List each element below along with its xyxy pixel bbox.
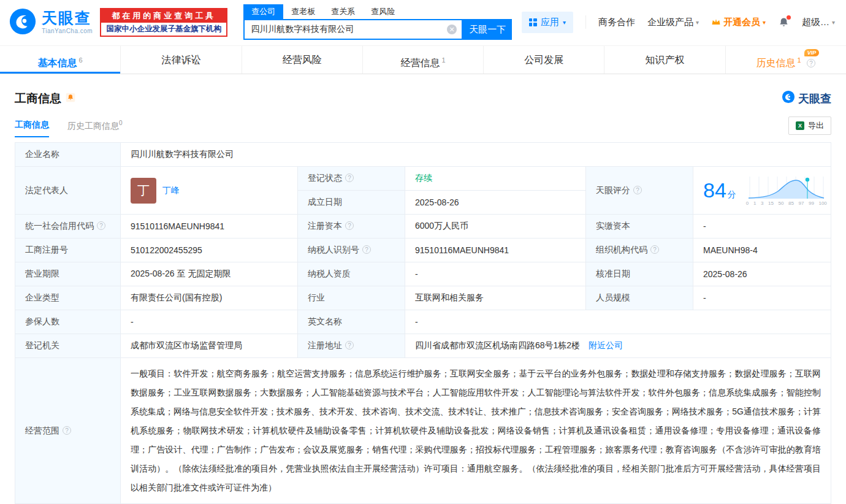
company-nav-tabs: 基本信息6 法律诉讼 经营风险 经营信息1 公司发展 知识产权 VIP 历史信息… [0, 45, 846, 74]
score-value: 84分 01315508597991 [693, 167, 831, 215]
open-vip-link[interactable]: 开通会员 ▾ [711, 17, 766, 28]
help-icon[interactable] [807, 59, 815, 67]
subtabs: 工商信息 历史工商信息0 [15, 120, 123, 137]
staff-size-value: - [693, 286, 831, 310]
help-icon[interactable] [345, 341, 354, 349]
legal-rep-avatar[interactable]: 丁 [131, 178, 156, 204]
section-title: 工商信息 [15, 91, 61, 107]
reg-status-value: 存续 [405, 167, 586, 191]
subscribe-bell-icon[interactable] [66, 92, 75, 105]
insured-count-label: 参保人数 [15, 310, 121, 334]
brand-name: 天眼查 [42, 10, 93, 26]
help-icon[interactable] [345, 221, 354, 230]
legal-rep-value: 丁 丁峰 [121, 167, 298, 215]
reg-capital-label: 注册资本 [298, 215, 405, 239]
reg-address-label: 注册地址 [298, 334, 405, 358]
table-row: 企业类型 有限责任公司(国有控股) 行业 互联网和相关服务 人员规模 - [15, 286, 831, 310]
reg-capital-value: 6000万人民币 [405, 215, 586, 239]
insured-count-value: - [121, 310, 298, 334]
search-input[interactable] [245, 21, 447, 38]
company-name-value: 四川川航数字科技有限公司 [121, 143, 831, 167]
enterprise-products-link[interactable]: 企业级产品 ▾ [647, 17, 699, 28]
search-tabs: 查公司 查老板 查关系 查风险 [243, 4, 512, 19]
vip-badge: VIP [804, 49, 820, 56]
excel-icon: X [796, 121, 804, 130]
notification-bell-icon[interactable] [778, 17, 790, 28]
org-code-value: MAEUNH98-4 [693, 239, 831, 262]
tab-history-info[interactable]: VIP 历史信息1 [726, 46, 846, 74]
company-type-label: 企业类型 [15, 286, 121, 310]
score-unit: 分 [728, 189, 736, 199]
chevron-down-icon: ▾ [763, 19, 766, 26]
subtab-business-info[interactable]: 工商信息 [15, 120, 49, 137]
credit-code-label: 统一社会信用代码 [15, 215, 121, 239]
apps-grid-icon [529, 18, 537, 26]
tianyancha-logo[interactable]: 天眼查 TianYanCha.com [9, 7, 93, 37]
reg-status-label: 登记状态 [298, 167, 405, 191]
help-icon[interactable] [362, 245, 371, 254]
table-row: 企业名称 四川川航数字科技有限公司 [15, 143, 831, 167]
search-tab-company[interactable]: 查公司 [243, 4, 283, 19]
chevron-down-icon: ▾ [563, 19, 566, 26]
search-tab-risk[interactable]: 查风险 [363, 4, 403, 19]
table-row: 参保人数 - 英文名称 - [15, 310, 831, 334]
chevron-down-icon: ▾ [696, 19, 699, 26]
business-cooperation-link[interactable]: 商务合作 [598, 17, 635, 28]
tab-basic-info[interactable]: 基本信息6 [0, 46, 121, 74]
reg-number-value: 510122002455295 [121, 239, 298, 262]
search-tab-relation[interactable]: 查关系 [323, 4, 363, 19]
slogan-line2: 国家中小企业发展子基金旗下机构 [101, 23, 226, 36]
tax-number-value: 91510116MAEUNH9841 [405, 239, 586, 262]
tab-legal-proceedings[interactable]: 法律诉讼 [121, 46, 242, 74]
staff-size-label: 人员规模 [586, 286, 693, 310]
clear-icon[interactable] [447, 25, 457, 34]
english-name-value: - [405, 310, 831, 334]
tab-intellectual-property[interactable]: 知识产权 [604, 46, 725, 74]
tab-operating-risk[interactable]: 经营风险 [242, 46, 363, 74]
tax-number-label: 纳税人识别号 [298, 239, 405, 262]
establish-date-label: 成立日期 [298, 191, 405, 215]
tab-company-development[interactable]: 公司发展 [484, 46, 604, 74]
help-icon[interactable] [345, 174, 354, 182]
help-icon[interactable] [97, 221, 105, 230]
business-term-value: 2025-08-26 至 无固定期限 [121, 262, 298, 286]
score-chart-ticks: 0131550859799100 [746, 200, 827, 206]
legal-rep-label: 法定代表人 [15, 167, 121, 215]
table-row: 登记机关 成都市双流区市场监督管理局 注册地址 四川省成都市双流区机场南四路68… [15, 334, 831, 358]
nearby-companies-link[interactable]: 附近公司 [589, 340, 623, 350]
help-icon[interactable] [633, 186, 642, 194]
chevron-down-icon: ▾ [832, 19, 835, 26]
tianyancha-logo-icon [9, 7, 37, 37]
status-badge: 存续 [415, 173, 432, 183]
reg-authority-value: 成都市双流区市场监督管理局 [121, 334, 298, 358]
english-name-label: 英文名称 [298, 310, 405, 334]
subtab-history-business-info[interactable]: 历史工商信息0 [67, 120, 123, 137]
reg-authority-label: 登记机关 [15, 334, 121, 358]
apps-menu[interactable]: 应用 ▾ [522, 12, 573, 33]
table-row: 法定代表人 丁 丁峰 登记状态 存续 天眼评分 84分 [15, 167, 831, 191]
search-tab-boss[interactable]: 查老板 [283, 4, 323, 19]
org-code-label: 组织机构代码 [586, 239, 693, 262]
search-button[interactable]: 天眼一下 [463, 19, 512, 40]
brand-domain: TianYanCha.com [42, 28, 93, 34]
taxpayer-quality-label: 纳税人资质 [298, 262, 405, 286]
score-label: 天眼评分 [586, 167, 693, 215]
export-button[interactable]: X 导出 [788, 116, 831, 135]
notification-dot [787, 15, 791, 20]
reg-number-label: 工商注册号 [15, 239, 121, 262]
help-icon[interactable] [650, 245, 659, 254]
establish-date-value: 2025-08-26 [405, 191, 586, 215]
slogan-badge: 都在用的商业查询工具 国家中小企业发展子基金旗下机构 [100, 8, 227, 37]
search-area: 查公司 查老板 查关系 查风险 天眼一下 [243, 4, 512, 40]
tianyancha-watermark: 天眼查 [782, 90, 831, 107]
slogan-line1: 都在用的商业查询工具 [101, 9, 226, 23]
table-row: 统一社会信用代码 91510116MAEUNH9841 注册资本 6000万人民… [15, 215, 831, 239]
tab-operating-info[interactable]: 经营信息1 [363, 46, 484, 74]
help-icon[interactable] [63, 426, 71, 435]
super-vip-link[interactable]: 超级… ▾ [802, 17, 835, 28]
table-row: 营业期限 2025-08-26 至 无固定期限 纳税人资质 - 核准日期 202… [15, 262, 831, 286]
company-type-value: 有限责任公司(国有控股) [121, 286, 298, 310]
business-term-label: 营业期限 [15, 262, 121, 286]
legal-rep-link[interactable]: 丁峰 [162, 185, 180, 196]
industry-label: 行业 [298, 286, 405, 310]
